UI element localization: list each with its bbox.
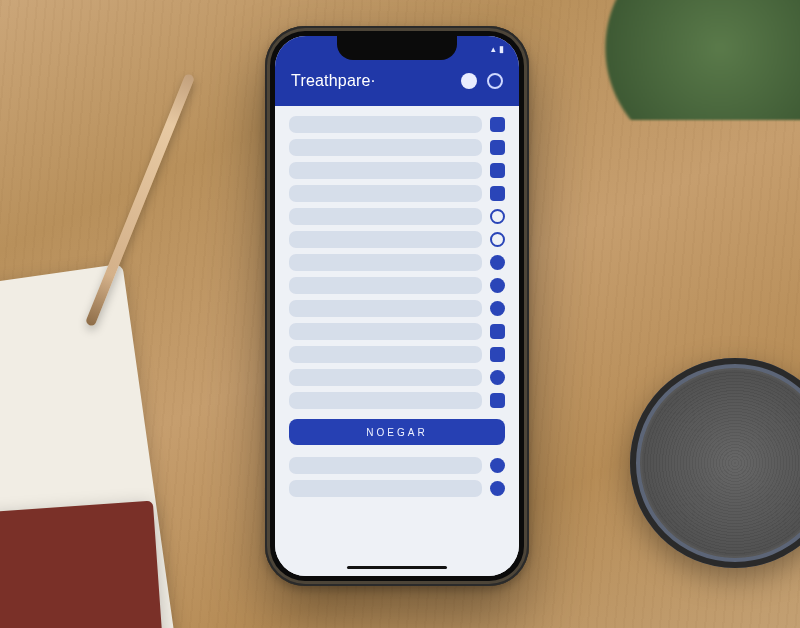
row-trailing-circle-icon[interactable]: [490, 255, 505, 270]
status-indicators: ▴ ▮: [491, 44, 505, 54]
phone-screen: ▴ ▮ Treathpare· NOEGAR: [275, 36, 519, 576]
prop-red-book: [0, 501, 167, 628]
row-placeholder-bar: [289, 277, 482, 294]
row-placeholder-bar: [289, 116, 482, 133]
row-trailing-square-icon[interactable]: [490, 393, 505, 408]
post-row[interactable]: [289, 480, 505, 497]
row-placeholder-bar: [289, 346, 482, 363]
header-actions: [461, 73, 503, 89]
row-placeholder-bar: [289, 369, 482, 386]
row-trailing-square-icon[interactable]: [490, 324, 505, 339]
row-trailing-square-icon[interactable]: [490, 140, 505, 155]
list-row[interactable]: [289, 185, 505, 202]
list-row[interactable]: [289, 346, 505, 363]
main-list: NOEGAR: [275, 106, 519, 576]
list-row[interactable]: [289, 162, 505, 179]
row-placeholder-bar: [289, 392, 482, 409]
cta-label: NOEGAR: [366, 427, 427, 438]
primary-cta-button[interactable]: NOEGAR: [289, 419, 505, 445]
row-placeholder-bar: [289, 300, 482, 317]
prop-plant: [600, 0, 800, 120]
list-row[interactable]: [289, 369, 505, 386]
list-row[interactable]: [289, 231, 505, 248]
row-trailing-circle-icon[interactable]: [490, 458, 505, 473]
row-placeholder-bar: [289, 254, 482, 271]
list-row[interactable]: [289, 139, 505, 156]
row-trailing-circle-icon[interactable]: [490, 481, 505, 496]
row-trailing-square-icon[interactable]: [490, 186, 505, 201]
row-trailing-square-icon[interactable]: [490, 347, 505, 362]
row-trailing-circle-icon[interactable]: [490, 370, 505, 385]
row-placeholder-bar: [289, 208, 482, 225]
row-placeholder-bar: [289, 480, 482, 497]
row-placeholder-bar: [289, 162, 482, 179]
row-placeholder-bar: [289, 139, 482, 156]
row-trailing-ring-icon[interactable]: [490, 232, 505, 247]
list-row[interactable]: [289, 277, 505, 294]
header-refresh-icon[interactable]: [487, 73, 503, 89]
row-trailing-circle-icon[interactable]: [490, 278, 505, 293]
list-row[interactable]: [289, 208, 505, 225]
phone-notch: [337, 36, 457, 60]
header-avatar-icon[interactable]: [461, 73, 477, 89]
post-row[interactable]: [289, 457, 505, 474]
list-row[interactable]: [289, 300, 505, 317]
list-row[interactable]: [289, 392, 505, 409]
list-row[interactable]: [289, 116, 505, 133]
row-placeholder-bar: [289, 323, 482, 340]
row-placeholder-bar: [289, 231, 482, 248]
row-trailing-ring-icon[interactable]: [490, 209, 505, 224]
list-row[interactable]: [289, 254, 505, 271]
phone-frame: ▴ ▮ Treathpare· NOEGAR: [265, 26, 529, 586]
row-placeholder-bar: [289, 185, 482, 202]
app-title: Treathpare·: [291, 72, 375, 90]
app-header: Treathpare·: [275, 62, 519, 106]
row-trailing-square-icon[interactable]: [490, 163, 505, 178]
row-trailing-circle-icon[interactable]: [490, 301, 505, 316]
list-row[interactable]: [289, 323, 505, 340]
row-placeholder-bar: [289, 457, 482, 474]
home-indicator[interactable]: [347, 566, 447, 569]
row-trailing-square-icon[interactable]: [490, 117, 505, 132]
